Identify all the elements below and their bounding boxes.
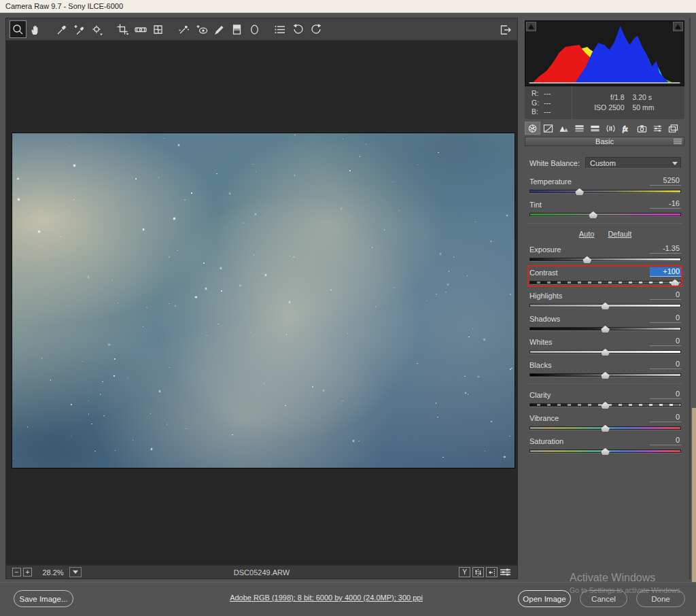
before-after-preferences-button[interactable]: [500, 567, 511, 577]
zoom-level-value[interactable]: 28.2%: [41, 568, 65, 577]
slider-track[interactable]: [529, 448, 681, 454]
star: [442, 457, 443, 458]
slider-value-field[interactable]: 0: [650, 436, 681, 445]
done-label: Done: [651, 595, 670, 603]
tab-presets[interactable]: [650, 122, 665, 135]
slider-track[interactable]: [529, 188, 681, 194]
star: [341, 208, 342, 209]
tab-lens-corrections[interactable]: [603, 122, 619, 135]
star: [436, 403, 436, 403]
save-image-button[interactable]: Save Image...: [14, 590, 73, 607]
slider-value-field[interactable]: 5250: [650, 176, 681, 186]
tab-camera-calibration[interactable]: [634, 122, 650, 135]
done-button[interactable]: Done: [636, 590, 685, 607]
star: [465, 392, 466, 394]
color-sampler-tool-button[interactable]: [71, 20, 88, 38]
slider-track[interactable]: [529, 349, 681, 355]
auto-link[interactable]: Auto: [579, 230, 595, 238]
rotate-left-button[interactable]: [290, 20, 307, 38]
spot-removal-tool-button[interactable]: [175, 20, 192, 38]
slider-track[interactable]: [529, 256, 681, 262]
slider-value-field[interactable]: 0: [650, 390, 681, 399]
before-after-view-button[interactable]: Y: [459, 567, 470, 577]
highlight-clipping-toggle[interactable]: [673, 22, 683, 31]
tab-detail[interactable]: [556, 122, 572, 135]
slider-value-field[interactable]: 0: [650, 290, 681, 300]
star: [343, 139, 343, 139]
rotate-right-button[interactable]: [307, 20, 324, 38]
slider-track[interactable]: [529, 211, 681, 218]
slider-track[interactable]: [529, 326, 681, 332]
star: [216, 173, 217, 174]
star: [133, 440, 133, 441]
preferences-button[interactable]: [272, 20, 289, 38]
slider-value-field[interactable]: -16: [650, 199, 681, 209]
radial-filter-tool-button[interactable]: [246, 20, 263, 38]
straighten-tool-button[interactable]: [132, 20, 149, 38]
white-balance-dropdown[interactable]: Custom: [585, 157, 681, 169]
star: [392, 182, 393, 182]
graduated-filter-tool-button[interactable]: [228, 20, 245, 38]
star: [425, 238, 426, 239]
tab-basic[interactable]: [525, 122, 540, 135]
star: [290, 256, 290, 256]
red-eye-removal-tool-button[interactable]: [193, 20, 210, 38]
crop-tool-button[interactable]: [114, 20, 131, 38]
cancel-button[interactable]: Cancel: [580, 590, 627, 607]
slider-value-field[interactable]: 0: [650, 413, 681, 422]
open-image-label: Open Image: [523, 595, 566, 603]
hand-tool-button[interactable]: [27, 20, 44, 38]
star: [115, 450, 116, 451]
targeted-adjustment-tool-button[interactable]: [88, 20, 105, 38]
open-image-button[interactable]: Open Image: [518, 590, 571, 607]
zoom-in-button[interactable]: +: [23, 568, 32, 577]
star: [360, 156, 360, 156]
star: [38, 230, 39, 232]
slider-value-field[interactable]: 0: [650, 337, 681, 346]
white-balance-tool-button[interactable]: [53, 20, 70, 38]
toggle-fullscreen-button[interactable]: [497, 20, 514, 38]
panel-header-title: Basic: [595, 137, 614, 146]
zoom-tool-button[interactable]: [10, 20, 27, 38]
exif-row: ISO 250050 mm: [589, 103, 668, 113]
star: [294, 175, 295, 175]
slider-track[interactable]: [529, 303, 681, 309]
star: [243, 222, 244, 223]
star: [232, 434, 232, 435]
star: [349, 170, 350, 171]
star: [285, 405, 285, 406]
star: [135, 178, 136, 179]
section-divider: [527, 383, 682, 384]
chevron-down-icon: [73, 570, 78, 577]
slider-track[interactable]: [529, 402, 681, 408]
slider-value-field[interactable]: 0: [650, 313, 681, 323]
tab-split-toning[interactable]: [587, 122, 603, 135]
slider-value-field[interactable]: 0: [650, 360, 681, 369]
workflow-options-link[interactable]: Adobe RGB (1998); 8 bit; 6000 by 4000 (2…: [68, 594, 585, 602]
star: [103, 415, 104, 416]
copy-settings-button[interactable]: [486, 567, 498, 577]
star: [475, 222, 476, 222]
slider-track[interactable]: [529, 425, 681, 431]
default-link[interactable]: Default: [608, 230, 631, 238]
tab-tone-curve[interactable]: [540, 122, 556, 135]
zoom-out-button[interactable]: −: [12, 568, 21, 577]
tab-effects[interactable]: fx: [619, 122, 634, 135]
panel-menu-icon[interactable]: [674, 139, 682, 145]
star: [297, 267, 298, 268]
slider-clarity: Clarity0: [529, 390, 681, 408]
zoom-level-dropdown[interactable]: [69, 567, 82, 577]
tab-snapshots[interactable]: [665, 122, 681, 135]
photo-canvas[interactable]: [12, 133, 515, 468]
adjustment-brush-tool-button[interactable]: [211, 20, 228, 38]
slider-track[interactable]: [529, 279, 681, 286]
slider-track[interactable]: [529, 372, 681, 378]
tab-hsl-grayscale[interactable]: [572, 122, 587, 135]
star: [268, 464, 269, 464]
slider-value-field-selected[interactable]: +100: [650, 267, 681, 277]
shadow-clipping-toggle[interactable]: [526, 22, 536, 31]
swap-before-after-button[interactable]: [472, 567, 484, 577]
camera-icon: [637, 124, 647, 133]
slider-value-field[interactable]: -1.35: [650, 244, 681, 254]
transform-tool-button[interactable]: [150, 20, 167, 38]
